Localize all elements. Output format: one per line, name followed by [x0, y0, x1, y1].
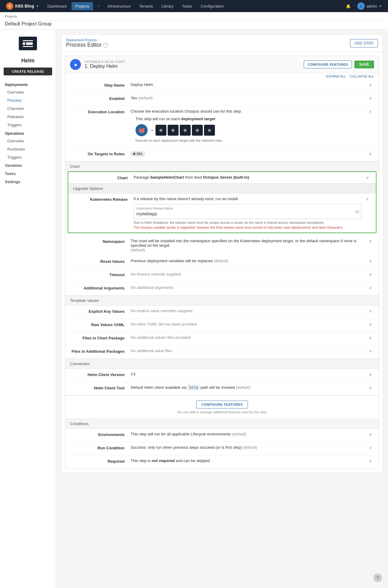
chart-chevron[interactable]: ∨ [364, 175, 371, 180]
k8s-release-value-area: if a release by this name doesn't alread… [134, 197, 361, 229]
helm-client-tool-chevron[interactable]: ∨ [367, 385, 374, 390]
namespace-label: Namespace [70, 239, 131, 244]
additional-args-chevron[interactable]: ∨ [367, 285, 374, 290]
nav-library[interactable]: Library [158, 2, 177, 10]
svg-rect-1 [98, 6, 99, 6]
run-condition-chevron[interactable]: ∨ [367, 445, 374, 450]
explicit-key-chevron[interactable]: ∨ [367, 309, 374, 313]
sidebar-item-process[interactable]: Process [0, 96, 56, 104]
raw-values-value: No inline YAML file has been provided [131, 322, 364, 326]
step-card-header: ⎈ UPGRADE A HELM CHART 1. Deploy Helm CO… [65, 56, 379, 73]
svg-text:⎈: ⎈ [74, 62, 77, 67]
sidebar-item-channels[interactable]: Channels [0, 104, 56, 113]
arrow-icon: → [149, 127, 154, 134]
on-targets-label: On Targets in Roles [70, 151, 131, 156]
user-chevron: ▼ [379, 5, 382, 8]
k8s-release-row: Kubernetes Release if a release by this … [68, 193, 376, 233]
brand-logo[interactable]: K K8S Blog ▼ [4, 2, 41, 10]
process-breadcrumb[interactable]: Deployment Process [66, 38, 108, 42]
helm-step-icon: ⎈ [70, 59, 81, 70]
nav-projects[interactable]: Projects [72, 2, 93, 10]
add-step-button[interactable]: ADD STEP [350, 39, 378, 48]
nav-tenants[interactable]: Tenants [135, 2, 157, 10]
nav-dashboard[interactable]: Dashboard [44, 2, 70, 10]
expand-collapse-row: EXPAND ALL COLLAPSE ALL [65, 73, 379, 79]
environments-chevron[interactable]: ∨ [367, 432, 374, 437]
nav-infrastructure-label[interactable]: Infrastructure [104, 2, 135, 10]
reset-values-chevron[interactable]: ∨ [367, 259, 374, 263]
k8s-release-input-value[interactable]: mywebapp [136, 211, 157, 216]
create-release-button[interactable]: CREATE RELEASE [4, 68, 52, 75]
logo-line-1 [23, 40, 33, 41]
k8s-release-variable-button[interactable]: #{} [355, 210, 359, 213]
role-badge-dot [133, 153, 135, 155]
files-additional-chevron[interactable]: ∨ [367, 349, 374, 353]
sidebar-item-runbooks[interactable]: Runbooks [0, 145, 56, 153]
required-value: This step is not required and can be ski… [131, 458, 364, 463]
process-help-icon[interactable]: ? [103, 43, 108, 48]
files-chart-row: Files in Chart Package No additional val… [65, 332, 379, 345]
step-name-chevron[interactable]: ∨ [367, 82, 374, 87]
sidebar-item-variables[interactable]: Variables [0, 161, 56, 170]
nav-infrastructure [94, 2, 103, 10]
sidebar-item-triggers[interactable]: Triggers [0, 121, 56, 129]
sidebar-item-settings[interactable]: Settings [0, 178, 56, 186]
logo-dot-1 [23, 42, 25, 45]
main-content: Deployment Process Process Editor ? ADD … [56, 29, 388, 588]
files-chart-label: Files in Chart Package [70, 335, 131, 340]
nav-configuration[interactable]: Configuration [197, 2, 228, 10]
on-targets-row: On Targets in Roles k8s ∨ [65, 148, 379, 161]
breadcrumb-area: Projects [0, 12, 388, 21]
required-chevron[interactable]: ∨ [367, 458, 374, 463]
sidebar-item-releases[interactable]: Releases [0, 113, 56, 121]
on-targets-chevron[interactable]: ∨ [367, 151, 374, 156]
raw-values-chevron[interactable]: ∨ [367, 322, 374, 327]
k8s-release-input-row: mywebapp #{} [136, 211, 359, 216]
nav-right-area: 🔔 👤 admin ▼ [344, 1, 384, 11]
helm-client-tool-label: Helm Client Tool [70, 385, 131, 390]
user-name: admin [366, 4, 377, 8]
timeout-chevron[interactable]: ∨ [367, 272, 374, 277]
environments-row: Environments This step will run for all … [65, 429, 379, 442]
execution-location-chevron[interactable]: ∧ [367, 109, 374, 114]
target-icon-2: ⊕ [168, 125, 179, 136]
helm-client-version-chevron[interactable]: ∨ [367, 372, 374, 377]
configure-features-bottom-button[interactable]: CONFIGURE FEATURES [196, 401, 248, 408]
conditions-section: Conditions [65, 419, 379, 429]
enabled-chevron[interactable]: ∨ [367, 96, 374, 101]
breadcrumb-parent[interactable]: Projects [5, 15, 17, 18]
configure-features-bottom-text: You can add or manage additional feature… [70, 410, 374, 414]
explicit-key-row: Explicit Key Values No explicit value ov… [65, 306, 379, 319]
helm-client-version-row: Helm Client Version V3 ∨ [65, 369, 379, 382]
save-button[interactable]: SAVE [354, 61, 374, 68]
k8s-release-chevron[interactable]: ∧ [364, 197, 371, 201]
collapse-all-button[interactable]: COLLAPSE ALL [350, 74, 374, 78]
configure-features-button-top[interactable]: CONFIGURE FEATURES [304, 61, 352, 68]
brand-name: K8S Blog [15, 4, 34, 8]
sidebar-item-ops-triggers[interactable]: Triggers [0, 153, 56, 161]
main-layout: Helm CREATE RELEASE Deployments Overview… [0, 29, 388, 588]
brand-icon: K [6, 2, 13, 10]
sidebar-item-overview[interactable]: Overview [0, 88, 56, 96]
files-chart-chevron[interactable]: ∨ [367, 335, 374, 340]
namespace-chevron[interactable]: ∨ [367, 239, 374, 243]
sidebar-item-tasks[interactable]: Tasks [0, 170, 56, 178]
expand-all-button[interactable]: EXPAND ALL [326, 74, 346, 78]
role-badge-k8s[interactable]: k8s [131, 151, 145, 157]
user-menu[interactable]: 👤 admin ▼ [355, 1, 384, 11]
sidebar-item-ops-overview[interactable]: Overview [0, 137, 56, 145]
reset-values-row: Reset Values Previous deployment variabl… [65, 256, 379, 269]
files-chart-value: No additional values files provided [131, 335, 364, 340]
sidebar-logo-box [19, 37, 37, 50]
help-button[interactable]: ? [373, 573, 382, 582]
nav-tasks[interactable]: Tasks [179, 2, 196, 10]
k8s-release-label: Kubernetes Release [73, 197, 134, 202]
step-title: 1. Deploy Helm [85, 64, 125, 69]
upgrade-options-section: Upgrade Options [68, 183, 376, 193]
target-icon-3: ⊕ [180, 125, 191, 136]
notifications-icon[interactable]: 🔔 [344, 2, 353, 10]
helm-client-tool-row: Helm Client Tool Default Helm client ava… [65, 382, 379, 395]
k8s-release-error: The Octopus variable syntax is supported… [134, 226, 361, 229]
files-additional-value: No additional value files [131, 349, 364, 353]
process-editor: Deployment Process Process Editor ? ADD … [61, 34, 383, 473]
